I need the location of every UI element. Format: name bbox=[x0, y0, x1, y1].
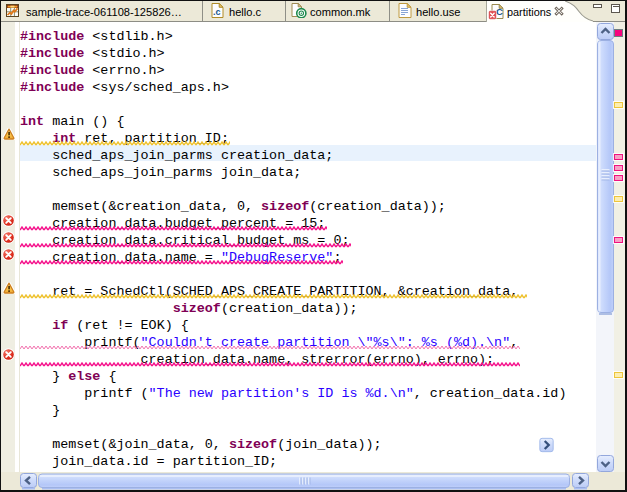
svg-text:.c: .c bbox=[213, 7, 221, 17]
svg-text:C: C bbox=[496, 6, 503, 17]
